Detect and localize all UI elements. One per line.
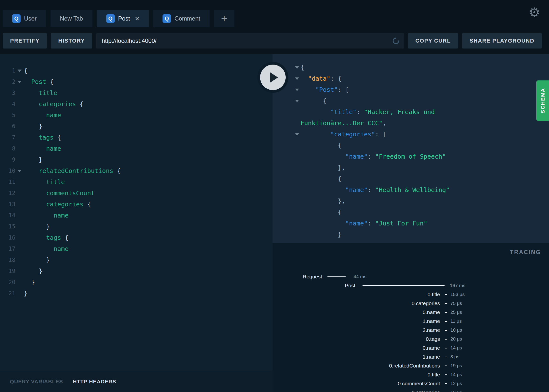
query-type-badge: Q: [12, 14, 21, 23]
tracing-row: 1.name8 μs: [273, 352, 549, 361]
tracing-label: 2.name: [273, 326, 440, 335]
line-number: 10: [0, 165, 15, 176]
query-editor[interactable]: 1{2 Post {3 title4 categories {5 name6 }…: [0, 54, 273, 371]
fold-arrow-icon[interactable]: [15, 81, 24, 83]
tracing-row: 0.title153 μs: [273, 290, 549, 299]
code-text: "Post": [: [301, 84, 349, 95]
tracing-label: 0.tags: [273, 335, 440, 343]
line-number: 19: [0, 266, 15, 277]
code-line: 16 tags {: [0, 232, 273, 243]
line-number: 4: [0, 98, 15, 110]
close-tab-icon[interactable]: ×: [135, 15, 139, 22]
endpoint-url-input[interactable]: [96, 33, 404, 49]
line-number: 11: [0, 176, 15, 188]
code-line: {: [273, 140, 549, 151]
query-pane: 1{2 Post {3 title4 categories {5 name6 }…: [0, 54, 273, 392]
copy-curl-button[interactable]: COPY CURL: [408, 33, 458, 49]
share-playground-button[interactable]: SHARE PLAYGROUND: [462, 33, 542, 49]
tracing-duration-bar: [445, 294, 447, 295]
code-line: Funktionäre...Der CCC",: [273, 118, 549, 129]
code-text: title: [24, 87, 57, 98]
graphql-playground-window: QUserNew TabQPost×QComment + ⚙ PRETTIFY …: [0, 0, 549, 392]
execute-query-button[interactable]: [257, 62, 288, 93]
code-line: 15 }: [0, 221, 273, 232]
code-line: },: [273, 162, 549, 173]
tracing-row: 0.relatedContributions19 μs: [273, 361, 549, 370]
toolbar: PRETTIFY HISTORY COPY CURL SHARE PLAYGRO…: [0, 27, 549, 54]
tab-label: Comment: [174, 15, 200, 22]
code-line: 17 name: [0, 243, 273, 254]
code-text: commentsCount: [24, 188, 95, 199]
tracing-time: 19 μs: [450, 361, 462, 370]
code-text: tags {: [24, 232, 69, 243]
line-number: 3: [0, 87, 15, 98]
tab-comment[interactable]: QComment: [153, 10, 210, 27]
add-tab-button[interactable]: +: [214, 10, 234, 27]
code-line: }: [273, 229, 549, 240]
fold-arrow-icon[interactable]: [293, 89, 301, 91]
tracing-duration-bar: [445, 357, 447, 357]
code-line: 20 }: [0, 277, 273, 288]
tracing-label: 0.title: [273, 290, 440, 299]
tracing-row: 0.commentsCount12 μs: [273, 379, 549, 388]
code-text: name: [24, 243, 69, 254]
tracing-duration-bar: [445, 330, 447, 331]
code-line: 18 }: [0, 254, 273, 266]
code-line: 2 Post {: [0, 76, 273, 87]
tracing-row: 0.categories13 μs: [273, 388, 549, 392]
fold-arrow-icon[interactable]: [293, 100, 301, 102]
code-line: "name": "Just For Fun": [273, 218, 549, 229]
code-text: relatedContributions {: [24, 165, 121, 176]
tracing-time: 13 μs: [450, 388, 462, 392]
line-number: 6: [0, 121, 15, 132]
code-line: 11 title: [0, 176, 273, 188]
line-number: 2: [0, 76, 15, 87]
code-text: }: [24, 221, 50, 232]
tracing-row: Request44 ms: [273, 272, 549, 281]
settings-gear-icon[interactable]: ⚙: [528, 6, 540, 19]
code-line: "name": "Freedom of Speech": [273, 151, 549, 162]
code-text: }: [24, 154, 42, 165]
fold-arrow-icon[interactable]: [293, 66, 301, 69]
code-text: {: [301, 95, 327, 106]
code-text: "name": "Health & Wellbeing": [301, 184, 450, 196]
code-line: 1{: [0, 65, 273, 76]
tab-post[interactable]: QPost×: [97, 10, 149, 27]
tracing-label: 0.categories: [273, 299, 440, 308]
tab-new-tab[interactable]: New Tab: [51, 10, 92, 27]
prettify-button[interactable]: PRETTIFY: [3, 33, 47, 49]
tracing-row: 0.tags20 μs: [273, 335, 549, 343]
tracing-duration-bar: [445, 321, 447, 322]
response-pane: { "data": { "Post": [ { "title": "Hacker…: [273, 54, 549, 392]
code-text: }: [24, 277, 35, 288]
http-headers-tab[interactable]: HTTP HEADERS: [73, 379, 116, 385]
reload-icon[interactable]: [392, 37, 400, 45]
tracing-title: TRACING: [510, 249, 541, 256]
fold-arrow-icon[interactable]: [293, 77, 301, 80]
schema-side-tab[interactable]: SCHEMA: [536, 80, 549, 121]
code-line: 7 tags {: [0, 132, 273, 143]
code-line: 14 name: [0, 210, 273, 221]
code-line: 6 }: [0, 121, 273, 132]
tracing-label: 0.name: [273, 308, 440, 317]
tracing-time: 25 μs: [450, 308, 462, 317]
code-line: {: [273, 207, 549, 218]
code-text: tags {: [24, 132, 61, 143]
response-viewer[interactable]: { "data": { "Post": [ { "title": "Hacker…: [273, 54, 549, 243]
code-line: 21}: [0, 288, 273, 299]
line-number: 13: [0, 199, 15, 210]
code-line: 10 relatedContributions {: [0, 165, 273, 176]
query-variables-tab[interactable]: QUERY VARIABLES: [10, 379, 63, 385]
tracing-label: 1.name: [273, 317, 440, 326]
tracing-row: 0.name14 μs: [273, 343, 549, 352]
code-text: }: [24, 121, 42, 132]
fold-arrow-icon[interactable]: [15, 70, 24, 72]
tracing-row: 0.name25 μs: [273, 308, 549, 317]
tab-user[interactable]: QUser: [3, 10, 46, 27]
fold-arrow-icon[interactable]: [293, 133, 301, 136]
fold-arrow-icon[interactable]: [15, 170, 24, 172]
history-button[interactable]: HISTORY: [51, 33, 92, 49]
code-text: {: [301, 140, 342, 151]
tracing-label: 0.name: [273, 343, 440, 352]
code-line: 5 name: [0, 110, 273, 121]
